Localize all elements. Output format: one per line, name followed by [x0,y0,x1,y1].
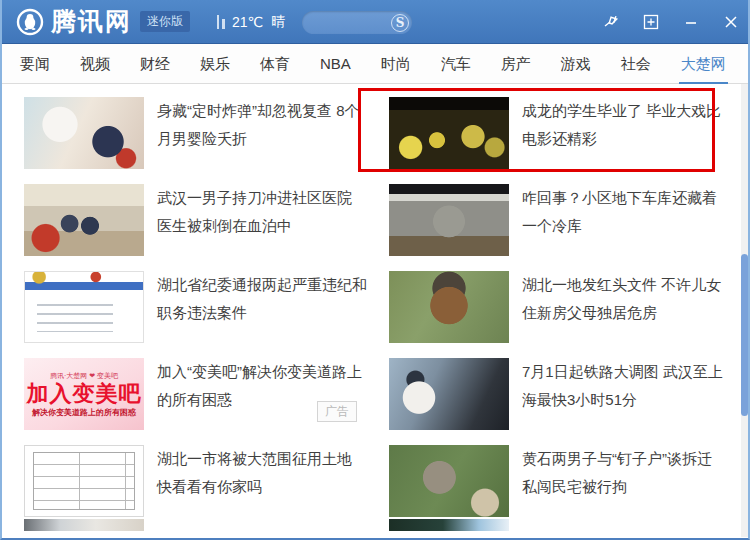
news-thumbnail-demolition[interactable] [389,445,509,517]
scrollbar-thumb[interactable] [741,254,748,416]
ad-sub-text: 解决你变美道路上的所有困惑 [32,407,136,418]
news-thumbnail-train-cab[interactable] [389,358,509,430]
news-thumbnail-beauty-ad[interactable]: 腾讯·大楚网 ❤ 变美吧 加入变美吧 解决你变美道路上的所有困惑 [24,358,144,430]
news-headline[interactable]: 咋回事？小区地下车库还藏着一个冷库 [522,184,730,258]
sogou-search-icon[interactable]: S [391,14,409,32]
tab-nba[interactable]: NBA [320,44,351,84]
tencent-logo[interactable]: 腾讯网 迷你版 [12,5,190,38]
news-item-partial[interactable] [367,519,730,531]
news-item-partial[interactable] [2,519,367,531]
tab-shishang[interactable]: 时尚 [381,44,411,84]
news-thumbnail-gov-website[interactable] [24,271,144,343]
titlebar: 腾讯网 迷你版 21℃ 晴 S [2,0,748,44]
ad-badge: 广告 [317,401,357,422]
news-headline[interactable]: 武汉一男子持刀冲进社区医院 医生被刺倒在血泊中 [157,184,367,258]
news-feed: 身藏“定时炸弹”却忽视复查 8个月男婴险夭折 武汉一男子持刀冲进社区医院 医生被… [2,84,748,537]
news-item[interactable]: 武汉一男子持刀冲进社区医院 医生被刺倒在血泊中 [2,171,367,258]
news-thumbnail-partial[interactable] [389,519,509,531]
news-item-highlighted[interactable]: 成龙的学生毕业了 毕业大戏比电影还精彩 [367,84,730,171]
search-input[interactable]: S [302,11,412,34]
news-item[interactable]: 身藏“定时炸弹”却忽视复查 8个月男婴险夭折 [2,84,367,171]
minimize-icon[interactable] [682,13,700,31]
news-headline[interactable]: 成龙的学生毕业了 毕业大戏比电影还精彩 [522,97,730,171]
tab-tiyu[interactable]: 体育 [260,44,290,84]
window-controls [602,0,740,44]
news-headline[interactable]: 湖北一地发红头文件 不许儿女住新房父母独居危房 [522,271,730,345]
penguin-logo-icon [16,8,44,36]
news-item-ad[interactable]: 腾讯·大楚网 ❤ 变美吧 加入变美吧 解决你变美道路上的所有困惑 加入“变美吧”… [2,345,367,432]
tab-caijing[interactable]: 财经 [140,44,170,84]
news-thumbnail-garage-coldstore[interactable] [389,184,509,256]
tab-dachuwang[interactable]: 大楚网 [681,44,726,84]
news-thumbnail-stage-play[interactable] [389,97,509,169]
news-column-left: 身藏“定时炸弹”却忽视复查 8个月男婴险夭折 武汉一男子持刀冲进社区医院 医生被… [2,84,367,531]
news-thumbnail-partial[interactable] [24,519,144,531]
pin-window-icon[interactable] [602,13,620,31]
weather-widget[interactable]: 21℃ 晴 [216,13,285,31]
news-headline[interactable]: 身藏“定时炸弹”却忽视复查 8个月男婴险夭折 [157,97,367,171]
news-item[interactable]: 湖北一地发红头文件 不许儿女住新房父母独居危房 [367,258,730,345]
tab-shehui[interactable]: 社会 [621,44,651,84]
tab-shipin[interactable]: 视频 [80,44,110,84]
news-item[interactable]: 咋回事？小区地下车库还藏着一个冷库 [367,171,730,258]
nav-bar: 要闻 视频 财经 娱乐 体育 NBA 时尚 汽车 房产 游戏 社会 大楚网 更多 [2,44,748,84]
news-thumbnail-old-house[interactable] [389,271,509,343]
temperature-value: 21℃ [232,14,263,30]
tab-yule[interactable]: 娱乐 [200,44,230,84]
mini-version-badge: 迷你版 [140,11,190,32]
news-thumbnail-clinic-attack[interactable] [24,184,144,256]
restore-window-icon[interactable] [642,13,660,31]
ad-main-text: 加入变美吧 [27,381,142,407]
news-thumbnail-land-table[interactable] [24,445,144,517]
news-item[interactable]: 7月1日起铁路大调图 武汉至上海最快3小时51分 [367,345,730,432]
close-icon[interactable] [722,13,740,31]
weather-condition: 晴 [271,13,285,31]
news-headline[interactable]: 湖北一市将被大范围征用土地 快看看有你家吗 [157,445,367,519]
weather-icon [216,15,226,29]
app-window: 腾讯网 迷你版 21℃ 晴 S [0,0,750,540]
tab-youxi[interactable]: 游戏 [561,44,591,84]
news-headline[interactable]: 湖北省纪委通报两起严重违纪和职务违法案件 [157,271,367,345]
tab-fangchan[interactable]: 房产 [501,44,531,84]
news-headline[interactable]: 黄石两男子与“钉子户”谈拆迁 私闯民宅被行拘 [522,445,730,519]
ad-brand-line: 腾讯·大楚网 ❤ 变美吧 [50,371,118,381]
news-column-right: 成龙的学生毕业了 毕业大戏比电影还精彩 咋回事？小区地下车库还藏着一个冷库 湖北… [367,84,730,531]
news-headline[interactable]: 7月1日起铁路大调图 武汉至上海最快3小时51分 [522,358,730,432]
site-title: 腾讯网 [51,5,132,38]
scrollbar-track[interactable] [741,84,748,537]
tab-qiche[interactable]: 汽车 [441,44,471,84]
tab-yaowen[interactable]: 要闻 [20,44,50,84]
news-item[interactable]: 湖北省纪委通报两起严重违纪和职务违法案件 [2,258,367,345]
news-item[interactable]: 湖北一市将被大范围征用土地 快看看有你家吗 [2,432,367,519]
news-thumbnail-hospital-baby[interactable] [24,97,144,169]
news-item[interactable]: 黄石两男子与“钉子户”谈拆迁 私闯民宅被行拘 [367,432,730,519]
